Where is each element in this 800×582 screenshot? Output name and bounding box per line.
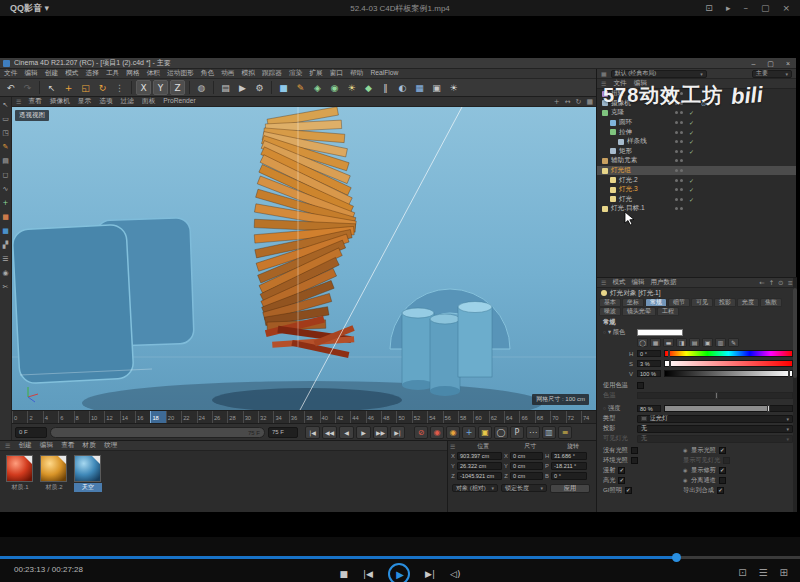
menu-item[interactable]: 选择: [86, 69, 99, 78]
enabled-check-icon[interactable]: ✓: [689, 186, 694, 193]
checkbox[interactable]: ✓: [719, 447, 726, 454]
ruler-tick[interactable]: 52: [412, 411, 427, 423]
enabled-check-icon[interactable]: ✓: [689, 177, 694, 184]
menu-item[interactable]: 窗口: [330, 69, 343, 78]
solo-icon[interactable]: ▥: [542, 426, 556, 439]
coord-lock-select[interactable]: 锁定长度▾: [501, 484, 547, 492]
ruler-tick[interactable]: 66: [519, 411, 534, 423]
menu-item[interactable]: 编辑: [24, 69, 37, 78]
attribute-tab[interactable]: 投影: [714, 298, 736, 307]
ruler-tick[interactable]: 26: [212, 411, 227, 423]
c4d-maximize-icon[interactable]: ▢: [767, 58, 774, 69]
menu-item[interactable]: 扩展: [309, 69, 322, 78]
checkbox[interactable]: [631, 457, 638, 464]
key-pla-icon[interactable]: ⋯: [526, 426, 540, 439]
ruler-tick[interactable]: 32: [258, 411, 273, 423]
subdivision-icon[interactable]: ◈: [310, 80, 325, 95]
material-item[interactable]: 材质.2: [40, 455, 68, 492]
scale-tool-icon[interactable]: ◱: [78, 80, 93, 95]
menu-item[interactable]: 材质: [83, 441, 96, 450]
checkbox[interactable]: ✓: [717, 487, 724, 494]
coord-value-field[interactable]: 26.322 cm: [457, 462, 502, 470]
menu-item[interactable]: 显示: [78, 97, 91, 106]
fullscreen-icon[interactable]: ⊞: [780, 567, 788, 578]
ruler-tick[interactable]: 22: [181, 411, 196, 423]
volume-button[interactable]: ◁): [450, 569, 460, 579]
menu-item[interactable]: 面板: [142, 97, 155, 106]
enabled-check-icon[interactable]: ✓: [689, 196, 694, 203]
menu-item[interactable]: 网格: [126, 69, 139, 78]
menu-item[interactable]: 角色: [201, 69, 214, 78]
layer-dots[interactable]: [675, 159, 683, 162]
enabled-check-icon[interactable]: ✓: [689, 148, 694, 155]
material-item[interactable]: 材质.1: [6, 455, 34, 492]
hue-gradient-slider[interactable]: [664, 350, 793, 357]
enabled-check-icon[interactable]: ✓: [689, 138, 694, 145]
hamburger-icon[interactable]: ☰: [16, 98, 21, 105]
swatch-mode-icon[interactable]: ▥: [715, 338, 726, 347]
enabled-check-icon[interactable]: ✓: [689, 119, 694, 126]
ruler-tick[interactable]: 50: [396, 411, 411, 423]
pointer-tool-icon[interactable]: ↖: [1, 99, 11, 110]
ruler-tick[interactable]: 14: [120, 411, 135, 423]
layer-dots[interactable]: [675, 140, 683, 143]
object-tree-row[interactable]: 圆环✓: [597, 118, 796, 128]
ruler-tick[interactable]: 24: [197, 411, 212, 423]
shadow-select[interactable]: 无▾: [637, 425, 793, 433]
timeline-end-field[interactable]: 75 F: [268, 427, 298, 438]
render-settings-icon[interactable]: ⚙: [252, 80, 267, 95]
last-tool-icon[interactable]: ⋮: [112, 80, 127, 95]
layer-dots[interactable]: [675, 179, 683, 182]
coord-value-field[interactable]: -18.211 °: [551, 462, 587, 470]
hsv-value-field[interactable]: 3 %: [637, 360, 661, 367]
material-item[interactable]: 天空: [74, 455, 102, 492]
menu-item[interactable]: 查看: [61, 441, 74, 450]
cylinder-group[interactable]: [402, 302, 492, 397]
up-icon[interactable]: ↑: [769, 279, 774, 287]
layer-dots[interactable]: [675, 92, 683, 95]
capture-icon[interactable]: ⊡: [738, 567, 746, 578]
ruler-tick[interactable]: 64: [504, 411, 519, 423]
checkbox[interactable]: [719, 477, 726, 484]
ruler-tick[interactable]: 34: [273, 411, 288, 423]
play-forward-button[interactable]: ▶: [356, 426, 371, 439]
light-type-select[interactable]: 泛光灯▾: [637, 415, 793, 423]
ruler-tick[interactable]: 12: [104, 411, 119, 423]
lock-y-button[interactable]: Y: [153, 80, 168, 95]
attribute-tab[interactable]: 常规: [645, 298, 667, 307]
ruler-tick[interactable]: 28: [227, 411, 242, 423]
checkbox[interactable]: ✓: [625, 487, 632, 494]
object-tree-row[interactable]: 样条线✓: [597, 137, 796, 147]
layer-dots[interactable]: [675, 150, 683, 153]
screenshot-icon[interactable]: ⊡: [705, 0, 713, 16]
pattern-tool-icon[interactable]: ▞: [1, 239, 11, 250]
attribute-tab[interactable]: 镜头光晕: [622, 307, 656, 316]
timeline-range-slider[interactable]: 75 F: [50, 427, 265, 438]
rotate-view-icon[interactable]: ↻: [576, 98, 582, 106]
ruler-tick[interactable]: 40: [320, 411, 335, 423]
apply-button[interactable]: 应用: [550, 484, 590, 493]
attribute-scrollbar[interactable]: [793, 278, 797, 512]
pen-tool-icon[interactable]: ✎: [1, 141, 11, 152]
ruler-tick[interactable]: 42: [335, 411, 350, 423]
wheel-mode-icon[interactable]: ◯: [637, 338, 648, 347]
goto-start-button[interactable]: |◀: [305, 426, 320, 439]
object-tree-row[interactable]: 灯光组: [597, 166, 796, 176]
square-tool-icon[interactable]: ◻: [1, 169, 11, 180]
attribute-tab[interactable]: 噪波: [599, 307, 621, 316]
simulate-icon[interactable]: ◐: [395, 80, 410, 95]
ruler-tick[interactable]: 10: [89, 411, 104, 423]
attribute-tab[interactable]: 可见: [691, 298, 713, 307]
checkbox[interactable]: ✓: [618, 467, 625, 474]
menu-item[interactable]: 过滤: [121, 97, 134, 106]
key-scale-icon[interactable]: ▣: [478, 426, 492, 439]
enabled-check-icon[interactable]: ✓: [689, 109, 694, 116]
hamburger-icon[interactable]: ☰: [601, 279, 606, 286]
layer-dots[interactable]: [675, 198, 683, 201]
menu-item[interactable]: 模式: [612, 278, 625, 287]
hamburger-icon[interactable]: ☰: [601, 80, 606, 87]
mograph-icon[interactable]: ◆: [361, 80, 376, 95]
next-button[interactable]: ▶|: [425, 569, 435, 579]
coord-value-field[interactable]: 0 cm: [510, 462, 543, 470]
menu-item[interactable]: 运动图形: [167, 69, 194, 78]
